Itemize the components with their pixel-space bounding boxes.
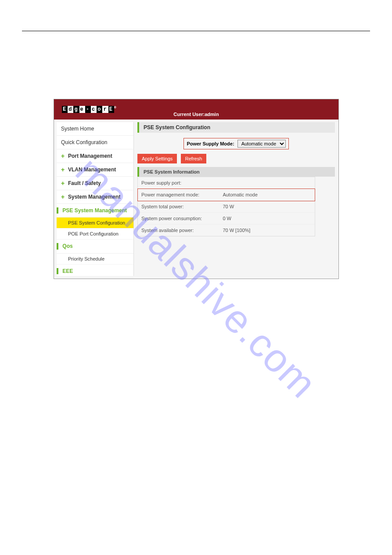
sidebar-item-vlan-management[interactable]: + VLAN Management xyxy=(57,163,133,177)
mode-highlight-box: Power Supply Mode: Automatic mode xyxy=(183,138,288,149)
sidebar-item-qos[interactable]: Qos xyxy=(57,239,133,253)
button-row: Apply Settings Refresh xyxy=(137,154,335,163)
minus-icon xyxy=(57,207,62,214)
sidebar-item-fault-safety[interactable]: + Fault / Safety xyxy=(57,177,133,190)
sidebar-item-home[interactable]: System Home xyxy=(57,122,133,136)
table-row: System power consumption: 0 W xyxy=(138,213,315,225)
power-supply-mode-label: Power Supply Mode: xyxy=(187,141,234,146)
table-row: Power supply port: xyxy=(138,177,315,189)
sidebar-item-pse-system-management[interactable]: PSE System Management xyxy=(57,204,133,218)
current-user-label: Current User:admin xyxy=(173,112,219,117)
brand-logo: Edge-corE® xyxy=(62,105,117,113)
sidebar-item-label: Fault / Safety xyxy=(68,180,101,186)
sidebar-item-label: Qos xyxy=(62,243,72,249)
info-value: Automatic mode xyxy=(219,189,315,200)
page-title: PSE System Configuration xyxy=(137,122,335,133)
sidebar-sub-poe-port-configuration[interactable]: POE Port Configuration xyxy=(57,229,133,239)
sidebar-item-system-management[interactable]: + System Management xyxy=(57,190,133,204)
main-body: System Home Quick Configuration + Port M… xyxy=(54,120,338,279)
sidebar-item-label: System Management xyxy=(68,194,120,200)
sidebar-item-quick-config[interactable]: Quick Configuration xyxy=(57,136,133,149)
info-value: 0 W xyxy=(219,213,315,224)
sidebar-item-label: PSE System Configuration xyxy=(68,220,125,225)
sidebar-sub-priority-schedule[interactable]: Priority Schedule xyxy=(57,254,133,265)
pse-info-table: Power supply port: Power management mode… xyxy=(137,177,315,236)
info-value: 70 W [100%] xyxy=(219,225,315,236)
pse-info-title: PSE System Information xyxy=(137,167,335,177)
table-row: System available power: 70 W [100%] xyxy=(138,225,315,236)
sidebar-sub-eee[interactable]: EEE xyxy=(57,278,133,279)
sidebar-item-label: Priority Schedule xyxy=(68,256,104,261)
info-value xyxy=(219,177,315,189)
sidebar-item-eee[interactable]: EEE xyxy=(57,265,133,278)
content-area: PSE System Configuration Power Supply Mo… xyxy=(134,120,338,279)
sidebar-item-label: POE Port Configuration xyxy=(68,231,119,236)
sidebar-item-label: Quick Configuration xyxy=(61,139,107,145)
apply-settings-button[interactable]: Apply Settings xyxy=(137,154,177,163)
minus-icon xyxy=(57,243,62,249)
sidebar-item-label: VLAN Management xyxy=(68,167,116,173)
info-label: Power supply port: xyxy=(138,177,219,189)
info-label: System power consumption: xyxy=(138,213,219,224)
table-row-highlighted: Power management mode: Automatic mode xyxy=(138,189,315,201)
sidebar-sub-pse-system-configuration[interactable]: PSE System Configuration xyxy=(57,218,133,229)
table-row: System total power: 70 W xyxy=(138,201,315,213)
power-supply-mode-select[interactable]: Automatic mode xyxy=(237,140,286,148)
sidebar-item-label: EEE xyxy=(62,268,73,274)
minus-icon xyxy=(57,268,62,274)
plus-icon: + xyxy=(61,153,66,159)
sidebar-item-label: PSE System Management xyxy=(62,207,127,214)
mode-row: Power Supply Mode: Automatic mode xyxy=(137,135,335,154)
info-label: Power management mode: xyxy=(138,189,219,200)
info-label: System available power: xyxy=(138,225,219,236)
sidebar-item-port-management[interactable]: + Port Management xyxy=(57,149,133,163)
info-value: 70 W xyxy=(219,201,315,212)
sidebar: System Home Quick Configuration + Port M… xyxy=(57,122,134,276)
top-bar: Edge-corE® Current User:admin xyxy=(54,99,338,120)
plus-icon: + xyxy=(61,194,66,200)
page-divider xyxy=(22,31,370,31)
plus-icon: + xyxy=(61,181,66,186)
plus-icon: + xyxy=(61,167,66,172)
refresh-button[interactable]: Refresh xyxy=(181,154,207,163)
info-label: System total power: xyxy=(138,201,219,212)
app-window: Edge-corE® Current User:admin System Hom… xyxy=(54,99,339,279)
sidebar-item-label: Port Management xyxy=(68,153,112,159)
sidebar-item-label: System Home xyxy=(61,126,94,132)
